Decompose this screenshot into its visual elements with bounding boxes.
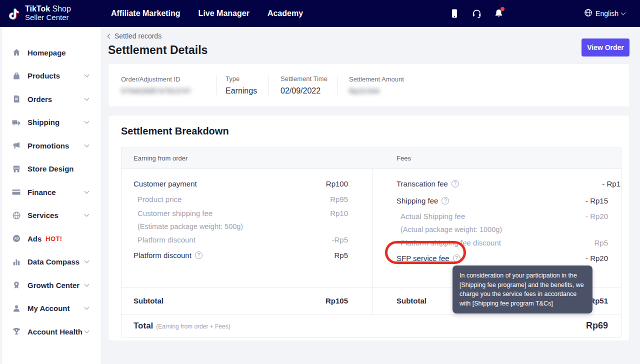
row-note: (Estimate package weight: 500g): [122, 220, 372, 232]
sidebar-item-products[interactable]: Products: [2, 64, 100, 88]
ads-icon: AD: [12, 234, 21, 244]
total-note: (Earning from order + Fees): [156, 323, 230, 330]
language-selector[interactable]: English: [584, 8, 625, 18]
brand[interactable]: TikTok Shop Seller Center: [0, 5, 71, 22]
breakdown-table: Earning from order Fees Customer payment…: [121, 148, 622, 338]
growth-center-icon: [12, 280, 21, 290]
table-row: Product price Rp95: [122, 192, 372, 206]
total-label: Total: [134, 321, 153, 331]
chevron-down-icon: [84, 188, 90, 194]
nav-link-live-manager[interactable]: Live Manager: [198, 9, 250, 18]
breadcrumb[interactable]: Settled records: [108, 32, 630, 40]
promotions-icon: [12, 141, 21, 150]
language-label: English: [596, 10, 618, 18]
chevron-down-icon: [84, 72, 90, 78]
sidebar-item-shipping[interactable]: Shipping: [2, 111, 100, 134]
page-title: Settlement Details: [108, 44, 630, 57]
chevron-down-icon: [84, 212, 90, 217]
table-row: Platform discount Rp5: [122, 246, 372, 264]
settlement-summary-card: Order/Adjustment ID 575462695747913747 T…: [108, 64, 630, 107]
help-icon[interactable]: [442, 197, 449, 204]
help-icon[interactable]: [453, 254, 460, 262]
svg-text:AD: AD: [14, 237, 18, 240]
column-header-earning: Earning from order: [122, 154, 372, 162]
earning-subtotal-label: Subtotal: [134, 296, 164, 305]
breakdown-title: Settlement Breakdown: [121, 126, 622, 137]
account-health-icon: [12, 327, 21, 336]
view-order-button[interactable]: View Order: [582, 38, 630, 56]
nav-link-affiliate-marketing[interactable]: Affiliate Marketing: [111, 9, 180, 18]
sidebar-item-homepage[interactable]: Homepage: [2, 41, 100, 64]
chevron-down-icon: [621, 10, 626, 16]
brand-subtitle: Seller Center: [25, 13, 69, 22]
nav-links: Affiliate Marketing Live Manager Academy: [111, 9, 303, 18]
finance-icon: [12, 188, 21, 197]
total-row: Total (Earning from order + Fees) Rp69: [122, 314, 621, 337]
sidebar-item-account-health[interactable]: Account Health: [2, 320, 100, 344]
column-header-fees: Fees: [372, 154, 411, 162]
shipping-icon: [12, 118, 21, 127]
help-icon[interactable]: [195, 252, 202, 259]
table-row: Platform discount -Rp5: [122, 232, 372, 246]
transaction-fee-value-clipped: - Rp1: [602, 180, 620, 188]
chevron-down-icon: [84, 328, 90, 333]
store-design-icon: [12, 164, 21, 174]
home-icon: [12, 48, 21, 58]
main-content: Settled records Settlement Details View …: [100, 27, 640, 364]
sfp-service-fee-tooltip: In consideration of your participation i…: [452, 266, 592, 314]
hot-badge: HOT!: [46, 235, 62, 242]
services-icon: [12, 210, 21, 220]
chevron-down-icon: [84, 119, 90, 124]
my-account-icon: [12, 304, 21, 313]
tiktok-logo-icon: [7, 5, 22, 22]
headset-icon[interactable]: [471, 8, 482, 19]
data-compass-icon: [12, 257, 21, 266]
chevron-left-icon: [108, 34, 112, 38]
summary-field-order-id: Order/Adjustment ID 575462695747913747: [121, 76, 216, 95]
summary-field-settlement-amount: Settlement Amount Rp10.644: [338, 76, 404, 95]
sidebar: Homepage Products Orders Shipping Promot…: [0, 27, 100, 364]
nav-link-academy[interactable]: Academy: [268, 9, 303, 18]
sidebar-item-finance[interactable]: Finance: [2, 180, 100, 204]
brand-name-bold: TikTok: [25, 4, 50, 13]
sidebar-item-growth-center[interactable]: Growth Center: [2, 274, 100, 297]
table-row: Actual Shipping fee - Rp20: [372, 209, 621, 223]
table-row-sfp-service-fee: SFP service fee - Rp20: [372, 250, 621, 266]
globe-icon: [584, 8, 592, 18]
chevron-down-icon: [84, 282, 90, 286]
summary-field-type: Type Earnings: [216, 75, 268, 96]
settlement-amount-value-blurred: Rp10.644: [349, 87, 404, 95]
table-row: Platform shipping fee discount Rp5: [372, 236, 621, 250]
mobile-icon[interactable]: [449, 8, 460, 19]
sidebar-item-store-design[interactable]: Store Design: [2, 158, 100, 181]
chevron-down-icon: [84, 142, 90, 147]
sidebar-item-orders[interactable]: Orders: [2, 88, 100, 111]
sidebar-item-promotions[interactable]: Promotions: [2, 134, 100, 158]
summary-field-settlement-time: Settlement Time 02/09/2022: [268, 75, 338, 96]
row-note: (Actual package weight: 1000g): [372, 223, 621, 236]
table-header: Earning from order Fees: [122, 148, 621, 169]
top-navbar: TikTok Shop Seller Center Affiliate Mark…: [0, 0, 640, 27]
sidebar-item-ads[interactable]: AD Ads HOT!: [2, 227, 100, 250]
chevron-down-icon: [84, 305, 90, 310]
chevron-down-icon: [84, 96, 90, 100]
table-row: Customer shipping fee Rp10: [122, 206, 372, 220]
orders-icon: [12, 94, 21, 104]
sidebar-item-services[interactable]: Services: [2, 204, 100, 228]
earning-subtotal-value: Rp105: [326, 296, 348, 305]
chevron-down-icon: [84, 258, 90, 264]
bell-icon[interactable]: [493, 8, 504, 19]
sidebar-item-data-compass[interactable]: Data Compass: [2, 250, 100, 274]
table-row-transaction-fee: Transcation fee - Rp1: [372, 175, 621, 192]
settlement-breakdown-card: Settlement Breakdown Earning from order …: [108, 115, 630, 341]
total-value: Rp69: [586, 320, 608, 331]
brand-name-light: Shop: [52, 4, 71, 13]
earning-column: Customer payment Rp100 Product price Rp9…: [122, 169, 372, 287]
fees-subtotal-label: Subtotal: [396, 296, 426, 305]
table-row: Customer payment Rp100: [122, 175, 372, 192]
table-row: Shipping fee - Rp15: [372, 192, 621, 209]
notification-dot: [500, 7, 504, 11]
help-icon[interactable]: [452, 180, 459, 188]
sidebar-item-my-account[interactable]: My Account: [2, 297, 100, 320]
order-id-value-blurred: 575462695747913747: [121, 87, 216, 95]
